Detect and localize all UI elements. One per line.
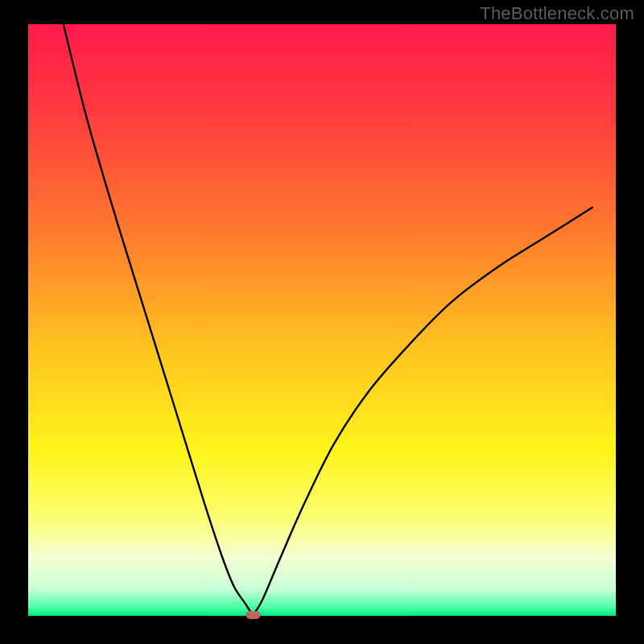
gradient-background — [28, 24, 616, 616]
chart-frame: TheBottleneck.com — [0, 0, 644, 644]
optimum-marker — [246, 611, 261, 619]
watermark-label: TheBottleneck.com — [480, 3, 634, 24]
bottleneck-chart — [0, 0, 644, 644]
